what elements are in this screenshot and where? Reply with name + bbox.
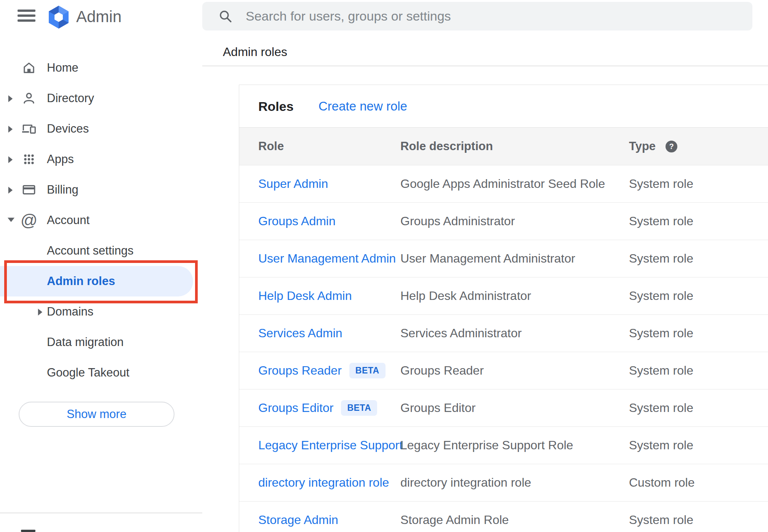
home-icon bbox=[21, 60, 37, 75]
role-link[interactable]: Services Admin bbox=[258, 326, 342, 340]
role-type: Custom role bbox=[629, 464, 695, 501]
role-type: System role bbox=[629, 427, 693, 464]
role-link[interactable]: Legacy Enterprise Support bbox=[258, 438, 403, 452]
role-description: Help Desk Administrator bbox=[400, 277, 531, 314]
table-row: directory integration roledirectory inte… bbox=[239, 464, 768, 502]
app-title: Admin bbox=[76, 0, 122, 34]
role-cell: directory integration role bbox=[258, 464, 389, 501]
sidebar-nav: HomeDirectoryDevicesAppsBilling@AccountA… bbox=[0, 53, 202, 388]
roles-card: Roles Create new role Role Role descript… bbox=[239, 85, 768, 532]
role-type: System role bbox=[629, 502, 693, 532]
sidebar-item-label: Data migration bbox=[47, 335, 124, 349]
beta-badge: BETA bbox=[349, 363, 386, 378]
hamburger-menu-icon[interactable] bbox=[18, 10, 35, 22]
sidebar-item-label: Apps bbox=[47, 152, 74, 166]
table-row: Storage AdminStorage Admin RoleSystem ro… bbox=[239, 502, 768, 532]
role-description: Storage Admin Role bbox=[400, 502, 509, 532]
beta-badge: BETA bbox=[341, 400, 377, 416]
show-more-label: Show more bbox=[67, 407, 126, 421]
column-header-description: Role description bbox=[400, 128, 493, 165]
table-row: Services AdminServices AdministratorSyst… bbox=[239, 315, 768, 352]
role-description: Groups Administrator bbox=[400, 203, 515, 240]
role-description: Groups Reader bbox=[400, 352, 484, 389]
table-row: Groups EditorBETAGroups EditorSystem rol… bbox=[239, 389, 768, 427]
sidebar-item-apps[interactable]: Apps bbox=[0, 144, 202, 175]
table-body: Super AdminGoogle Apps Administrator See… bbox=[239, 165, 768, 532]
sidebar-item-label: Admin roles bbox=[47, 274, 115, 288]
sidebar-bottom-divider bbox=[0, 513, 202, 513]
sidebar-item-billing[interactable]: Billing bbox=[0, 175, 202, 205]
sidebar-item-admin-roles[interactable]: Admin roles bbox=[0, 266, 202, 296]
caret-right-icon[interactable] bbox=[8, 126, 14, 132]
column-header-type: Type ? bbox=[629, 128, 677, 165]
breadcrumb: Admin roles bbox=[223, 45, 287, 59]
sidebar-item-label: Account settings bbox=[47, 244, 133, 258]
caret-down-icon[interactable] bbox=[8, 217, 14, 223]
role-link[interactable]: User Management Admin bbox=[258, 252, 396, 266]
type-help-icon[interactable]: ? bbox=[666, 141, 677, 152]
caret-right-icon[interactable] bbox=[8, 95, 14, 101]
at-icon: @ bbox=[21, 213, 37, 228]
role-description: directory integration role bbox=[400, 464, 531, 501]
table-row: Super AdminGoogle Apps Administrator See… bbox=[239, 165, 768, 203]
role-link[interactable]: Groups Reader bbox=[258, 364, 342, 378]
role-link[interactable]: Storage Admin bbox=[258, 513, 338, 527]
role-cell: Groups ReaderBETA bbox=[258, 352, 386, 389]
sidebar-item-data-migration[interactable]: Data migration bbox=[0, 327, 202, 357]
search-input[interactable]: Search for users, groups or settings bbox=[202, 2, 752, 30]
sidebar-item-google-takeout[interactable]: Google Takeout bbox=[0, 357, 202, 388]
role-type: System role bbox=[629, 165, 693, 202]
table-row: Help Desk AdminHelp Desk AdministratorSy… bbox=[239, 277, 768, 315]
role-link[interactable]: directory integration role bbox=[258, 476, 389, 490]
role-cell: Groups Admin bbox=[258, 203, 336, 240]
devices-icon bbox=[21, 121, 37, 136]
column-header-role: Role bbox=[258, 128, 284, 165]
role-link[interactable]: Help Desk Admin bbox=[258, 289, 352, 303]
search-icon bbox=[218, 9, 233, 24]
role-link[interactable]: Super Admin bbox=[258, 177, 328, 191]
sidebar-item-devices[interactable]: Devices bbox=[0, 114, 202, 144]
sidebar: Admin HomeDirectoryDevicesAppsBilling@Ac… bbox=[0, 0, 202, 532]
sidebar-item-label: Home bbox=[47, 61, 78, 75]
role-description: Groups Editor bbox=[400, 389, 475, 426]
role-type: System role bbox=[629, 315, 693, 352]
sidebar-item-label: Google Takeout bbox=[47, 366, 130, 380]
caret-right-icon[interactable] bbox=[8, 187, 14, 193]
role-link[interactable]: Groups Editor bbox=[258, 401, 333, 415]
card-icon bbox=[21, 182, 37, 197]
create-new-role-link[interactable]: Create new role bbox=[318, 99, 407, 114]
show-more-button[interactable]: Show more bbox=[19, 402, 174, 427]
role-type: System role bbox=[629, 240, 693, 277]
sidebar-item-label: Domains bbox=[47, 305, 93, 319]
admin-logo-icon bbox=[49, 6, 69, 29]
search-placeholder: Search for users, groups or settings bbox=[246, 9, 451, 24]
support-icon[interactable] bbox=[21, 530, 35, 532]
role-type: System role bbox=[629, 203, 693, 240]
sidebar-item-domains[interactable]: Domains bbox=[0, 296, 202, 327]
caret-right-icon[interactable] bbox=[8, 156, 14, 162]
sidebar-item-account-settings[interactable]: Account settings bbox=[0, 236, 202, 266]
table-header-row: Role Role description Type ? bbox=[239, 127, 768, 165]
role-link[interactable]: Groups Admin bbox=[258, 214, 336, 228]
role-cell: Super Admin bbox=[258, 165, 328, 202]
role-type: System role bbox=[629, 389, 693, 426]
role-type: System role bbox=[629, 277, 693, 314]
role-description: User Management Administrator bbox=[400, 240, 575, 277]
caret-right-icon[interactable] bbox=[37, 309, 43, 315]
sidebar-item-label: Account bbox=[47, 213, 90, 227]
role-cell: Services Admin bbox=[258, 315, 342, 352]
person-icon bbox=[21, 91, 37, 106]
role-cell: Help Desk Admin bbox=[258, 277, 352, 314]
sidebar-item-label: Devices bbox=[47, 122, 89, 136]
sidebar-item-label: Directory bbox=[47, 91, 94, 105]
sidebar-item-directory[interactable]: Directory bbox=[0, 83, 202, 114]
table-row: User Management AdminUser Management Adm… bbox=[239, 240, 768, 277]
sidebar-item-home[interactable]: Home bbox=[0, 53, 202, 83]
role-description: Services Administrator bbox=[400, 315, 522, 352]
table-row: Groups AdminGroups AdministratorSystem r… bbox=[239, 203, 768, 240]
table-row: Legacy Enterprise SupportLegacy Enterpri… bbox=[239, 427, 768, 464]
sidebar-item-account[interactable]: @Account bbox=[0, 205, 202, 236]
role-cell: Storage Admin bbox=[258, 502, 338, 532]
header-divider bbox=[202, 66, 768, 66]
role-cell: User Management Admin bbox=[258, 240, 396, 277]
